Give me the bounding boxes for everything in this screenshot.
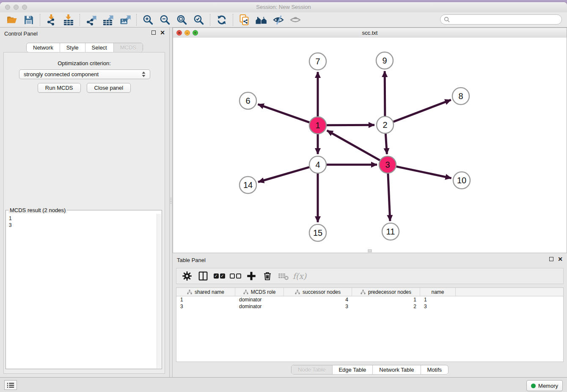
tab-edge-table[interactable]: Edge Table (332, 365, 373, 374)
search-icon (444, 17, 450, 22)
tab-style[interactable]: Style (60, 43, 85, 52)
refresh-layout-button[interactable] (215, 14, 229, 26)
zoom-out-button[interactable] (158, 14, 172, 26)
node-table: shared name MCDS role successor nodes pr… (176, 287, 564, 362)
column-header-shared-name[interactable]: shared name (176, 288, 235, 296)
graph-edge-2-9[interactable] (385, 71, 385, 116)
control-panel-title: Control Panel (4, 30, 38, 37)
tab-mcds[interactable]: MCDS (114, 43, 143, 52)
duplicate-network-icon (239, 14, 250, 26)
application: Session: New Session (0, 0, 567, 392)
optimization-criterion-select[interactable]: strongly connected component (19, 69, 150, 79)
refresh-icon (216, 14, 228, 26)
zoom-selected-icon (193, 14, 205, 26)
window-titlebar: Session: New Session (0, 2, 567, 13)
trash-icon (262, 271, 273, 282)
show-hidden-button[interactable] (288, 14, 303, 26)
hierarchy-icon (361, 290, 366, 295)
graph-node-label: 11 (386, 227, 395, 236)
network-canvas[interactable]: 1234678910111415 (173, 38, 567, 253)
graph-edge-4-14[interactable] (258, 167, 309, 182)
search-input[interactable] (452, 16, 558, 23)
table-row[interactable]: 1 dominator 4 1 1 (176, 296, 563, 303)
export-table-button[interactable] (101, 14, 116, 26)
graph-edge-3-1[interactable] (327, 130, 380, 160)
panel-splitter[interactable] (169, 28, 173, 377)
tab-network-table[interactable]: Network Table (373, 365, 421, 374)
canvas-resize-handle[interactable] (368, 249, 372, 252)
hierarchy-icon (243, 290, 248, 295)
add-column-button[interactable] (244, 269, 259, 283)
graph-edge-2-8[interactable] (394, 100, 451, 122)
hide-selected-button[interactable] (271, 14, 286, 26)
float-panel-icon[interactable] (151, 30, 156, 35)
open-folder-icon (6, 14, 18, 26)
column-header-mcds-role[interactable]: MCDS role (235, 288, 284, 296)
control-panel-header: Control Panel ✕ (0, 28, 169, 39)
zoom-fit-icon (176, 14, 188, 26)
graph-edge-1-6[interactable] (258, 104, 310, 122)
deselect-all-button[interactable] (228, 269, 242, 283)
tab-select[interactable]: Select (85, 43, 114, 52)
delete-column-button[interactable] (260, 269, 275, 283)
table-panel-title: Table Panel (177, 257, 206, 263)
network-view-window: ✕ − + scc.txt 1234678910111415 (173, 28, 567, 253)
new-network-from-selection-button[interactable] (237, 14, 252, 26)
import-network-button[interactable] (44, 14, 59, 26)
result-scrollbar[interactable] (157, 214, 161, 368)
export-network-button[interactable] (84, 14, 99, 26)
export-table-icon (102, 14, 114, 26)
graph-edge-1-2[interactable] (327, 125, 374, 125)
close-panel-icon[interactable]: ✕ (160, 30, 165, 35)
column-header-name[interactable]: name (420, 288, 456, 296)
graph-edge-3-11[interactable] (388, 174, 390, 221)
tab-network[interactable]: Network (27, 43, 60, 52)
table-panel-header: Table Panel ✕ (173, 254, 567, 266)
optimization-criterion-label: Optimization criterion: (4, 60, 165, 66)
graph-node-label: 14 (243, 180, 253, 190)
close-panel-icon[interactable]: ✕ (558, 257, 563, 261)
export-image-button[interactable] (118, 14, 132, 26)
save-session-button[interactable] (22, 14, 36, 26)
toolbar-separator (136, 14, 137, 26)
tab-motifs[interactable]: Motifs (421, 365, 448, 374)
import-table-button[interactable] (61, 14, 76, 26)
status-bar: Memory (0, 377, 567, 392)
network-view-titlebar: ✕ − + scc.txt (173, 28, 567, 38)
memory-button[interactable]: Memory (526, 380, 563, 391)
function-builder-button[interactable]: f(x) (292, 269, 307, 283)
delete-table-button[interactable] (276, 269, 291, 283)
column-header-predecessor-nodes[interactable]: predecessor nodes (352, 288, 420, 296)
graph-edge-3-10[interactable] (396, 166, 451, 178)
zoom-out-icon (159, 14, 171, 26)
mcds-result-list[interactable]: 1 3 (6, 214, 157, 368)
table-panel-tabs: Node Table Edge Table Network Table Moti… (291, 365, 449, 375)
select-chevrons-icon (142, 72, 146, 77)
table-row[interactable]: 3 dominator 3 2 3 (176, 303, 563, 310)
zoom-in-button[interactable] (141, 14, 155, 26)
task-history-button[interactable] (4, 380, 17, 390)
run-mcds-button[interactable]: Run MCDS (38, 83, 81, 93)
gear-icon (181, 270, 193, 282)
toolbar-separator (80, 14, 80, 26)
window-title: Session: New Session (0, 4, 567, 10)
home-layout-button[interactable] (254, 14, 269, 26)
tab-node-table[interactable]: Node Table (292, 365, 333, 374)
open-session-button[interactable] (5, 14, 19, 26)
search-field[interactable] (440, 14, 562, 25)
close-panel-button[interactable]: Close panel (87, 83, 131, 93)
float-panel-icon[interactable] (549, 257, 553, 261)
select-all-button[interactable]: ✓✓ (212, 269, 226, 283)
graph-edge-2-3[interactable] (385, 134, 387, 154)
graph-node-label: 3 (385, 160, 390, 169)
fx-icon: f(x) (293, 271, 307, 281)
column-header-successor-nodes[interactable]: successor nodes (284, 288, 352, 296)
graph-node-label: 10 (457, 176, 466, 185)
graph-node-label: 4 (315, 160, 320, 169)
plus-icon (246, 271, 257, 282)
show-columns-button[interactable] (196, 269, 210, 283)
zoom-fit-button[interactable] (175, 14, 189, 26)
zoom-selected-button[interactable] (192, 14, 206, 26)
graph-node-label: 1 (315, 121, 320, 130)
table-options-button[interactable] (180, 269, 194, 283)
